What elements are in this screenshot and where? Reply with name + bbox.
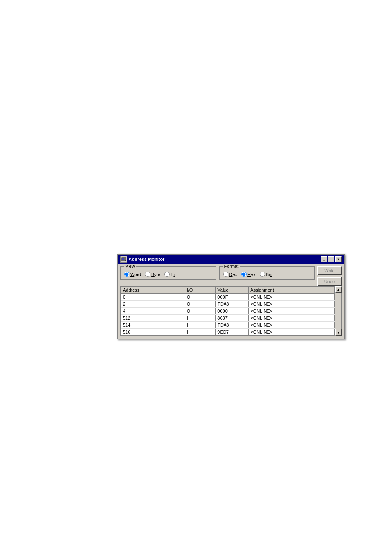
svg-rect-1 [122,258,124,260]
format-dec-option[interactable]: Dec [223,272,238,277]
format-bin-label: Bin [266,272,272,277]
cell-address: 516 [121,329,185,336]
page: Address Monitor _ □ × View [0,0,392,555]
view-byte-radio[interactable] [145,272,150,277]
table-row[interactable]: 4O0000<ONLINE> [121,308,335,315]
table-wrapper: Address I/O Value Assignment 0O000F<ONLI… [120,286,342,336]
window-title: Address Monitor [129,257,164,262]
col-assignment: Assignment [249,287,335,294]
cell-address: 512 [121,315,185,322]
format-dec-label: Dec [229,272,238,277]
title-bar-left: Address Monitor [120,256,164,263]
table-row[interactable]: 0O000F<ONLINE> [121,294,335,301]
cell-address: 0 [121,294,185,301]
cell-value: 0000 [216,308,249,315]
cell-value: FDA8 [216,322,249,329]
title-bar-buttons: _ □ × [321,256,342,262]
close-button[interactable]: × [335,256,342,262]
window-body: View Word Byte [118,264,344,339]
view-byte-option[interactable]: Byte [145,272,160,277]
col-value: Value [216,287,249,294]
format-bin-option[interactable]: Bin [260,272,272,277]
cell-io: O [185,294,216,301]
cell-assignment: <ONLINE> [249,308,335,315]
format-group-label: Format [223,264,240,269]
col-io: I/O [185,287,216,294]
format-hex-label: Hex [247,272,256,277]
cell-assignment: <ONLINE> [249,294,335,301]
cell-address: 4 [121,308,185,315]
view-byte-label: Byte [151,272,160,277]
data-table: Address I/O Value Assignment 0O000F<ONLI… [121,286,335,336]
format-bin-radio[interactable] [260,272,265,277]
cell-io: I [185,315,216,322]
address-monitor-window: Address Monitor _ □ × View [117,254,345,339]
table-row[interactable]: 514IFDA8<ONLINE> [121,322,335,329]
action-buttons: Write Undo [317,266,342,286]
left-controls: View Word Byte [120,266,315,280]
cell-address: 2 [121,301,185,308]
format-radio-group: Dec Hex Bin [223,272,311,277]
window-icon [120,256,127,263]
groups-row: View Word Byte [120,266,315,280]
view-bit-radio[interactable] [164,272,170,277]
table-row[interactable]: 512I8637<ONLINE> [121,315,335,322]
view-word-option[interactable]: Word [124,272,141,277]
minimize-button[interactable]: _ [321,256,327,262]
scroll-up-button[interactable]: ▲ [335,286,342,293]
cell-address: 514 [121,322,185,329]
table-row[interactable]: 516I9ED7<ONLINE> [121,329,335,336]
cell-io: I [185,322,216,329]
scrollbar[interactable]: ▲ ▼ [335,286,341,336]
cell-io: O [185,301,216,308]
format-group: Format Dec Hex [219,266,315,280]
format-hex-option[interactable]: Hex [241,272,256,277]
write-button[interactable]: Write [317,266,342,275]
cell-io: I [185,329,216,336]
scroll-down-button[interactable]: ▼ [335,329,342,336]
cell-assignment: <ONLINE> [249,315,335,322]
undo-button[interactable]: Undo [317,277,342,286]
cell-value: FDA8 [216,301,249,308]
cell-value: 000F [216,294,249,301]
view-bit-option[interactable]: Bit [164,272,176,277]
controls-wrapper: View Word Byte [120,266,342,286]
table-header-row: Address I/O Value Assignment [121,287,335,294]
view-word-radio[interactable] [124,272,129,277]
horizontal-rule [8,28,384,28]
title-bar: Address Monitor _ □ × [118,255,344,264]
view-group-label: View [124,264,136,269]
view-radio-group: Word Byte Bit [124,272,212,277]
format-dec-radio[interactable] [223,272,228,277]
cell-io: O [185,308,216,315]
view-group: View Word Byte [120,266,216,280]
cell-assignment: <ONLINE> [249,329,335,336]
col-address: Address [121,287,185,294]
view-bit-label: Bit [171,272,176,277]
cell-assignment: <ONLINE> [249,322,335,329]
view-word-label: Word [130,272,141,277]
maximize-button[interactable]: □ [328,256,334,262]
format-hex-radio[interactable] [241,272,247,277]
cell-value: 9ED7 [216,329,249,336]
table-row[interactable]: 2OFDA8<ONLINE> [121,301,335,308]
cell-assignment: <ONLINE> [249,301,335,308]
cell-value: 8637 [216,315,249,322]
